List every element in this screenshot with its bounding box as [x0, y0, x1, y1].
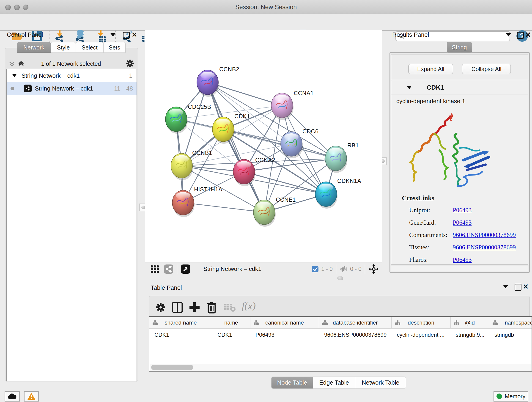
- table-hscrollbar[interactable]: [150, 364, 531, 371]
- network-node-RB1[interactable]: [325, 146, 347, 173]
- cloud-button[interactable]: [5, 391, 20, 402]
- results-panel-float-icon[interactable]: [517, 32, 524, 39]
- control-panel-float-icon[interactable]: [123, 32, 130, 39]
- collapse-all-button[interactable]: Collapse All: [462, 64, 511, 74]
- function-builder-icon[interactable]: f(x): [242, 300, 256, 312]
- tab-network-table-label: Network Table: [362, 379, 399, 386]
- delete-column-icon[interactable]: [206, 301, 217, 314]
- tab-edge-table-label: Edge Table: [319, 379, 349, 386]
- import-network-from-database-icon[interactable]: [74, 29, 87, 43]
- tab-sets-label: Sets: [109, 44, 120, 51]
- gene-header-row[interactable]: CDK1: [391, 81, 528, 95]
- column-header-canonical-name[interactable]: canonical name: [250, 317, 319, 328]
- column-header-description[interactable]: description: [392, 317, 451, 328]
- network-edge[interactable]: [208, 82, 264, 212]
- collection-expand-icon[interactable]: [12, 74, 17, 77]
- birds-eye-view-icon[interactable]: [181, 264, 191, 274]
- bottom-splitter-grip[interactable]: [337, 276, 343, 280]
- network-bar-separator: [177, 264, 177, 274]
- results-panel-close-icon[interactable]: ✕: [525, 31, 531, 39]
- table-cell: stringdb:9...: [451, 332, 489, 338]
- column-header-name[interactable]: name: [212, 317, 250, 328]
- network-edge[interactable]: [183, 203, 264, 212]
- add-column-icon[interactable]: [189, 301, 201, 313]
- crosslink-row: GeneCard:P06493: [409, 219, 472, 226]
- import-network-icon[interactable]: [54, 29, 67, 43]
- network-selection-status: 1 of 1 Network selected: [32, 61, 110, 67]
- network-canvas[interactable]: CCNB2CCNA1CDC25BCDK1CDC6RB1CCNB1CCNA2CDK…: [145, 30, 382, 262]
- node-label-CDC25B: CDC25B: [188, 104, 211, 110]
- network-node-CCNA2[interactable]: [233, 159, 255, 186]
- column-header-database-identifier[interactable]: database identifier: [319, 317, 392, 328]
- network-edge-count: 48: [126, 85, 133, 92]
- network-share-view-icon[interactable]: [164, 264, 174, 274]
- table-panel-float-icon[interactable]: [515, 284, 521, 291]
- tab-network[interactable]: Network: [17, 42, 51, 53]
- tab-select[interactable]: Select: [76, 42, 103, 53]
- column-header-label: name: [224, 319, 238, 326]
- network-view-title: String Network – cdk1: [203, 266, 261, 272]
- network-collection-row[interactable]: String Network – cdk1 1: [7, 69, 137, 82]
- crosslink-row: Tissues:9606.ENSP00000378699: [409, 244, 516, 251]
- protein-structure-image: [404, 112, 493, 189]
- node-table: shared namenamecanonical namedatabase id…: [149, 316, 532, 372]
- crosslink-link[interactable]: 9606.ENSP00000378699: [453, 231, 516, 239]
- tab-edge-table[interactable]: Edge Table: [313, 376, 355, 389]
- warning-button[interactable]: [24, 391, 39, 402]
- table-panel-menu-icon[interactable]: [503, 285, 508, 288]
- network-node-HIST1H1A[interactable]: [172, 190, 195, 217]
- hidden-eye-slash-icon[interactable]: [340, 265, 348, 274]
- network-view-toolbar: String Network – cdk1 1 - 0 0 - 0: [145, 262, 382, 275]
- network-row-selected[interactable]: String Network – cdk1 11 48: [7, 82, 137, 95]
- column-header-@id[interactable]: @id: [451, 317, 489, 328]
- network-node-CCNB1[interactable]: [171, 153, 193, 180]
- network-node-CCNB2[interactable]: [197, 70, 219, 97]
- tab-string[interactable]: String: [447, 42, 472, 52]
- pan-crosshair-icon[interactable]: [368, 264, 379, 274]
- table-row[interactable]: CDK1CDK1P064939606.ENSP00000378699cyclin…: [149, 329, 532, 341]
- node-label-CCNB2: CCNB2: [219, 66, 239, 72]
- tab-network-table[interactable]: Network Table: [355, 376, 406, 389]
- memory-button[interactable]: Memory: [494, 391, 528, 402]
- crosslink-link[interactable]: P06493: [453, 219, 472, 226]
- network-node-CDC25B[interactable]: [165, 107, 188, 134]
- control-panel-close-icon[interactable]: ✕: [132, 31, 137, 39]
- table-gear-icon[interactable]: [155, 302, 166, 313]
- import-table-icon[interactable]: [95, 29, 108, 43]
- memory-status-icon: [496, 394, 502, 399]
- network-node-CDK1[interactable]: [212, 117, 234, 144]
- control-panel-menu-icon[interactable]: [110, 33, 115, 36]
- network-node-CCNA1[interactable]: [271, 93, 293, 120]
- tab-node-table[interactable]: Node Table: [271, 376, 313, 389]
- network-node-CCNE1[interactable]: [253, 200, 276, 227]
- expand-all-networks-icon[interactable]: [17, 60, 25, 67]
- delete-table-icon[interactable]: [224, 303, 236, 312]
- network-panel-gear-icon[interactable]: [125, 59, 135, 68]
- selected-checkbox-icon[interactable]: [312, 265, 319, 273]
- table-tabs: Node Table Edge Table Network Table: [271, 376, 406, 389]
- table-hscrollbar-thumb[interactable]: [151, 365, 193, 370]
- tab-node-table-label: Node Table: [277, 379, 307, 386]
- grid-view-icon[interactable]: [150, 264, 159, 274]
- title-bar: Session: New Session: [0, 0, 532, 14]
- collapse-all-networks-icon[interactable]: [8, 60, 16, 67]
- results-scrollbar[interactable]: [391, 266, 528, 272]
- tab-sets[interactable]: Sets: [103, 42, 126, 53]
- gene-collapse-icon[interactable]: [407, 86, 412, 89]
- table-panel-close-icon[interactable]: ✕: [523, 283, 529, 291]
- tab-style[interactable]: Style: [51, 42, 76, 53]
- status-bar: [0, 390, 532, 402]
- crosslink-link[interactable]: P06493: [453, 207, 472, 214]
- show-columns-icon[interactable]: [172, 301, 183, 313]
- column-header-shared-name[interactable]: shared name: [149, 317, 212, 328]
- expand-all-button[interactable]: Expand All: [408, 64, 453, 74]
- results-panel-menu-icon[interactable]: [506, 33, 511, 36]
- crosslink-link[interactable]: P06493: [453, 256, 472, 263]
- crosslink-link[interactable]: 9606.ENSP00000378699: [453, 244, 516, 251]
- tab-string-label: String: [452, 44, 467, 51]
- table-body: CDK1CDK1P064939606.ENSP00000378699cyclin…: [149, 329, 532, 341]
- network-current-dot-icon: [11, 87, 14, 90]
- column-header-namespace[interactable]: namespace: [489, 317, 532, 328]
- network-node-CDKN1A[interactable]: [315, 182, 337, 209]
- node-label-CDC6: CDC6: [302, 128, 318, 134]
